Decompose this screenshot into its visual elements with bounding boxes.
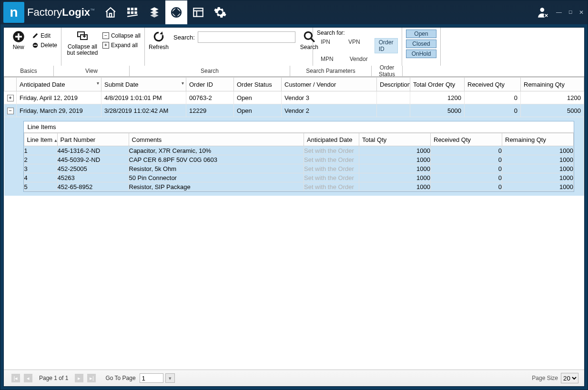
pager: |◂ ◂ Page 1 of 1 ▸ ▸| Go To Page ▾ Page … [4, 370, 584, 386]
pager-first-button[interactable]: |◂ [11, 374, 20, 382]
search-param-vendor[interactable]: Vendor [346, 55, 372, 63]
line-items-title: Line Items [24, 121, 574, 133]
new-button[interactable]: New [8, 30, 29, 64]
col-status[interactable]: Order Status [234, 78, 282, 91]
goto-page-input[interactable] [140, 373, 163, 383]
search-input[interactable] [198, 31, 295, 43]
li-col-total[interactable]: Total Qty [359, 133, 431, 146]
delete-button[interactable]: Delete [32, 41, 57, 50]
svg-rect-0 [110, 13, 112, 17]
li-col-item[interactable]: Line Item [24, 133, 57, 146]
status-filter-closed[interactable]: Closed [406, 40, 436, 48]
row-expander-icon[interactable]: + [7, 95, 14, 101]
nav-settings-icon[interactable] [209, 0, 231, 24]
search-param-vpn[interactable]: VPN [345, 38, 364, 53]
li-col-anticipated[interactable]: Anticipated Date [304, 133, 359, 146]
li-col-comments[interactable]: Comments [129, 133, 304, 146]
collapse-all-button[interactable]: −Collapse all [102, 31, 141, 40]
search-param-ipn[interactable]: IPN [317, 38, 334, 53]
col-orderid[interactable]: Order ID [186, 78, 234, 91]
col-received[interactable]: Received Qty [465, 78, 521, 91]
window-restore[interactable]: ◻ [568, 9, 572, 16]
search-label: Search: [173, 34, 195, 41]
pager-prev-button[interactable]: ◂ [24, 374, 32, 382]
nav-panel-icon[interactable] [187, 0, 209, 24]
goto-page-label: Go To Page [105, 375, 135, 381]
ribbon-group-search: Search [130, 66, 290, 76]
col-expander [4, 78, 17, 91]
nav-home-icon[interactable] [100, 0, 122, 24]
li-col-part[interactable]: Part Number [57, 133, 129, 146]
search-param-mpn[interactable]: MPN [317, 55, 337, 63]
svg-point-11 [540, 8, 545, 12]
collapse-all-but-selected-button[interactable]: Collapse allbut selected [65, 30, 100, 64]
user-icon[interactable] [537, 6, 549, 19]
row-expander-icon[interactable]: − [7, 108, 14, 114]
line-item-row[interactable]: 2445-5039-2-NDCAP CER 6.8PF 50V C0G 0603… [24, 155, 574, 164]
nav-diamond-icon[interactable] [165, 0, 187, 24]
nav-stack-icon[interactable] [143, 0, 165, 24]
svg-rect-3 [134, 8, 137, 10]
edit-button[interactable]: Edit [32, 31, 57, 40]
goto-page-dropdown[interactable]: ▾ [165, 373, 175, 383]
col-total[interactable]: Total Order Qty [410, 78, 465, 91]
status-filter-open[interactable]: Open [406, 30, 436, 38]
refresh-button[interactable]: Refresh [149, 30, 169, 50]
svg-rect-8 [193, 8, 203, 16]
order-row[interactable]: +Friday, April 12, 20194/8/2019 1:01:01 … [4, 91, 584, 104]
orders-grid: Anticipated Date▾ Submit Date▾ Order ID … [4, 77, 584, 370]
page-size-label: Page Size [532, 375, 558, 381]
order-row[interactable]: −Friday, March 29, 20193/28/2019 11:02:4… [4, 104, 584, 117]
li-col-received[interactable]: Received Qty [431, 133, 502, 146]
li-col-remaining[interactable]: Remaining Qty [502, 133, 574, 146]
ribbon: New Edit Delete [4, 28, 584, 77]
app-brand: FactoryLogix™ [27, 6, 95, 19]
search-for-label: Search for: [317, 30, 398, 36]
nav-grid-icon[interactable] [122, 0, 143, 24]
svg-point-18 [304, 32, 312, 39]
ribbon-group-order-status: Order Status [372, 66, 403, 76]
expand-all-button[interactable]: +Expand all [102, 41, 141, 50]
pager-next-button[interactable]: ▸ [75, 374, 83, 382]
pager-page-label: Page 1 of 1 [39, 375, 68, 381]
svg-rect-6 [134, 11, 137, 14]
col-customer[interactable]: Customer / Vendor [282, 78, 377, 91]
titlebar: n FactoryLogix™ [0, 0, 588, 24]
line-items-panel: Line ItemsLine ItemPart NumberCommentsAn… [23, 121, 575, 192]
svg-rect-1 [127, 8, 130, 10]
ribbon-group-basics: Basics [4, 66, 54, 76]
line-item-row[interactable]: 44526350 Pin ConnectorSet with the Order… [24, 173, 574, 182]
col-submit[interactable]: Submit Date▾ [101, 78, 186, 91]
line-item-row[interactable]: 5452-65-8952Resistor, SIP PackageSet wit… [24, 182, 574, 191]
line-item-row[interactable]: 3452-25005Resistor, 5k OhmSet with the O… [24, 164, 574, 173]
pager-last-button[interactable]: ▸| [87, 374, 96, 382]
col-anticipated[interactable]: Anticipated Date▾ [17, 78, 101, 91]
app-logo: n [3, 2, 24, 23]
col-remaining[interactable]: Remaining Qty [521, 78, 584, 91]
line-item-row[interactable]: 1445-1316-2-NDCapacitor, X7R Ceramic, 10… [24, 146, 574, 155]
col-description[interactable]: Description [377, 78, 410, 91]
svg-rect-5 [131, 11, 133, 14]
svg-rect-2 [131, 8, 133, 10]
status-filter-onhold[interactable]: OnHold [406, 50, 436, 58]
ribbon-group-view: View [54, 66, 130, 76]
window-minimize[interactable]: — [556, 9, 562, 16]
window-close[interactable]: ✕ [579, 9, 584, 16]
ribbon-group-search-params: Search Parameters [290, 66, 372, 76]
svg-rect-15 [34, 45, 37, 46]
svg-rect-4 [127, 11, 130, 14]
page-size-select[interactable]: 20 [561, 373, 578, 383]
search-param-orderid[interactable]: Order ID [375, 38, 398, 53]
